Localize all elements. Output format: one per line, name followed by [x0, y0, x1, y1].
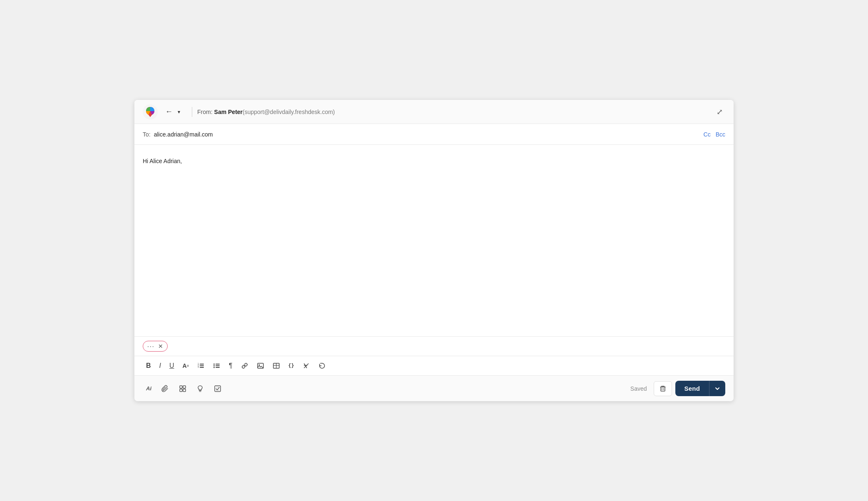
back-button[interactable]: ← [163, 106, 175, 118]
svg-rect-25 [199, 390, 201, 391]
checklist-button[interactable] [211, 382, 225, 395]
image-button[interactable] [253, 360, 268, 372]
app-logo [143, 104, 158, 119]
format-toolbar: B I U A≡ 1 2 3 ¶ [134, 356, 734, 375]
svg-rect-1 [200, 364, 204, 365]
email-compose-window: ← ▾ From: Sam Peter (support@delivdaily.… [134, 100, 734, 401]
svg-rect-9 [216, 367, 220, 368]
svg-point-12 [213, 367, 215, 368]
svg-rect-27 [215, 386, 221, 392]
svg-text:3: 3 [198, 366, 199, 368]
svg-rect-8 [216, 365, 220, 366]
cc-button[interactable]: Cc [704, 131, 711, 138]
send-button-group: Send [675, 381, 725, 396]
send-button[interactable]: Send [675, 381, 709, 396]
undo-button[interactable] [315, 360, 329, 372]
clear-format-button[interactable] [299, 360, 313, 372]
font-size-button[interactable]: A≡ [179, 360, 192, 372]
send-dropdown-button[interactable] [709, 381, 725, 396]
from-email: (support@delivdaily.freshdesk.com) [243, 109, 335, 115]
from-name: Sam Peter [214, 109, 243, 115]
attachment-dots: ··· [147, 343, 155, 350]
to-email-address: alice.adrian@mail.com [154, 131, 704, 138]
code-button[interactable]: {} [285, 360, 298, 371]
underline-button[interactable]: U [166, 360, 178, 372]
email-greeting: Hi Alice Adrian, [143, 156, 725, 166]
header-row: ← ▾ From: Sam Peter (support@delivdaily.… [134, 100, 734, 124]
svg-point-14 [258, 365, 260, 366]
attachment-bar: ··· ✕ [134, 336, 734, 356]
email-body[interactable]: Hi Alice Adrian, [134, 145, 734, 336]
svg-rect-2 [200, 365, 204, 366]
from-label: From: [197, 109, 213, 115]
to-label: To: [143, 131, 151, 138]
table-button[interactable] [269, 360, 283, 372]
action-bar: Ai [134, 375, 734, 401]
ai-label: Ai [146, 385, 151, 392]
svg-rect-30 [661, 387, 665, 391]
svg-point-10 [213, 364, 215, 365]
attachment-button[interactable] [158, 382, 172, 395]
svg-rect-22 [183, 386, 186, 388]
nav-controls: ← ▾ [163, 106, 182, 118]
svg-rect-26 [199, 391, 201, 392]
svg-rect-21 [180, 386, 182, 388]
svg-rect-7 [216, 364, 220, 365]
svg-rect-24 [183, 389, 186, 392]
ai-button[interactable]: Ai [143, 383, 155, 394]
svg-rect-3 [200, 367, 204, 368]
svg-rect-23 [180, 389, 182, 392]
attachment-close-icon[interactable]: ✕ [158, 343, 163, 350]
nav-dropdown-button[interactable]: ▾ [176, 107, 182, 117]
bold-button[interactable]: B [143, 360, 154, 372]
saved-status: Saved [630, 385, 647, 392]
knowledge-button[interactable] [193, 382, 207, 395]
header-separator [192, 107, 192, 117]
svg-point-11 [213, 365, 215, 367]
expand-button[interactable]: ⤢ [714, 106, 725, 118]
ordered-list-button[interactable]: 1 2 3 [194, 360, 208, 372]
delete-button[interactable] [654, 381, 672, 396]
attachment-pill[interactable]: ··· ✕ [143, 341, 168, 352]
template-button[interactable] [176, 382, 190, 395]
to-row: To: alice.adrian@mail.com Cc Bcc [134, 124, 734, 145]
paragraph-button[interactable]: ¶ [226, 360, 236, 372]
unordered-list-button[interactable] [210, 360, 224, 372]
bcc-button[interactable]: Bcc [716, 131, 725, 138]
italic-button[interactable]: I [156, 360, 164, 372]
cc-bcc-links: Cc Bcc [704, 131, 725, 138]
link-button[interactable] [238, 360, 252, 372]
